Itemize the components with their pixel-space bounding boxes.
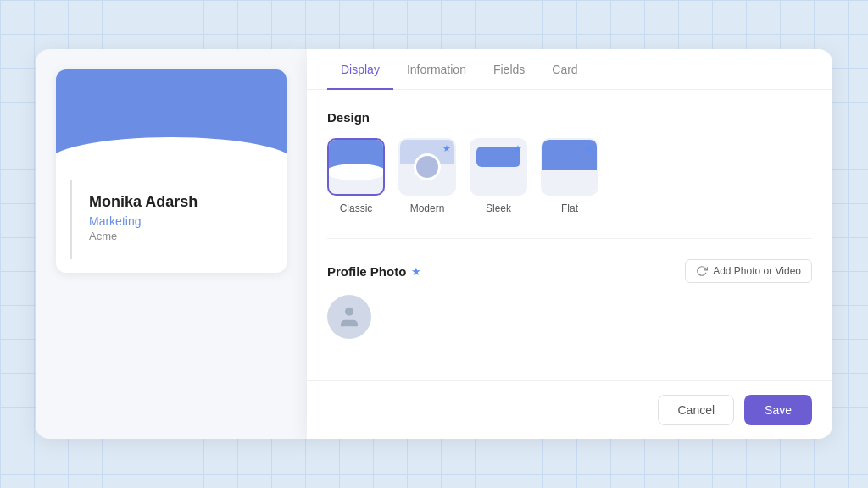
profile-photo-header-left: Profile Photo ★ (327, 264, 421, 279)
design-thumb-sleek: ★ (470, 138, 527, 196)
design-thumb-modern: ★ (398, 138, 456, 196)
tab-fields[interactable]: Fields (480, 49, 538, 90)
sleek-label: Sleek (486, 202, 511, 214)
profile-photo-title: Profile Photo (327, 264, 406, 279)
main-container: Monika Adarsh Marketing Acme Display Inf… (36, 49, 832, 439)
design-section-title: Design (327, 110, 812, 125)
settings-content: Design Classic ★ Modern (307, 90, 832, 380)
flat-label: Flat (561, 202, 578, 214)
classic-wave (327, 164, 385, 180)
profile-photo-section: Profile Photo ★ Add Photo or Video (327, 259, 812, 339)
avatar-placeholder (327, 295, 371, 339)
design-thumb-classic (327, 138, 385, 196)
design-options: Classic ★ Modern ★ Sleek (327, 138, 812, 214)
add-photo-label: Add Photo or Video (713, 265, 801, 277)
add-photo-button[interactable]: Add Photo or Video (685, 259, 812, 283)
card-preview-panel: Monika Adarsh Marketing Acme (36, 49, 307, 439)
card-company: Acme (89, 230, 256, 242)
modern-star: ★ (442, 143, 451, 154)
flat-star: ★ (585, 143, 593, 154)
card-name: Monika Adarsh (89, 193, 256, 211)
card-info: Monika Adarsh Marketing Acme (70, 180, 273, 259)
modern-label: Modern (410, 202, 445, 214)
sleek-star: ★ (514, 143, 522, 154)
svg-point-0 (345, 308, 353, 316)
avatar-icon (337, 304, 362, 330)
settings-panel: Display Information Fields Card Design C… (307, 49, 832, 439)
tab-card[interactable]: Card (538, 49, 591, 90)
design-thumb-flat: ★ (541, 138, 598, 196)
refresh-icon (696, 265, 708, 277)
divider-2 (327, 363, 812, 363)
profile-photo-header: Profile Photo ★ Add Photo or Video (327, 259, 812, 283)
settings-footer: Cancel Save (307, 380, 832, 439)
card-banner (56, 69, 287, 171)
classic-label: Classic (340, 202, 373, 214)
design-option-sleek[interactable]: ★ Sleek (470, 138, 527, 214)
tab-display[interactable]: Display (327, 49, 393, 90)
tabs: Display Information Fields Card (307, 49, 832, 90)
tab-information[interactable]: Information (393, 49, 480, 90)
profile-photo-star: ★ (411, 265, 421, 278)
divider-1 (327, 238, 812, 239)
cancel-button[interactable]: Cancel (658, 395, 734, 425)
design-option-flat[interactable]: ★ Flat (541, 138, 598, 214)
design-option-modern[interactable]: ★ Modern (398, 138, 456, 214)
card-department: Marketing (89, 214, 256, 228)
design-option-classic[interactable]: Classic (327, 138, 385, 214)
profile-card: Monika Adarsh Marketing Acme (56, 69, 287, 273)
save-button[interactable]: Save (744, 395, 812, 425)
